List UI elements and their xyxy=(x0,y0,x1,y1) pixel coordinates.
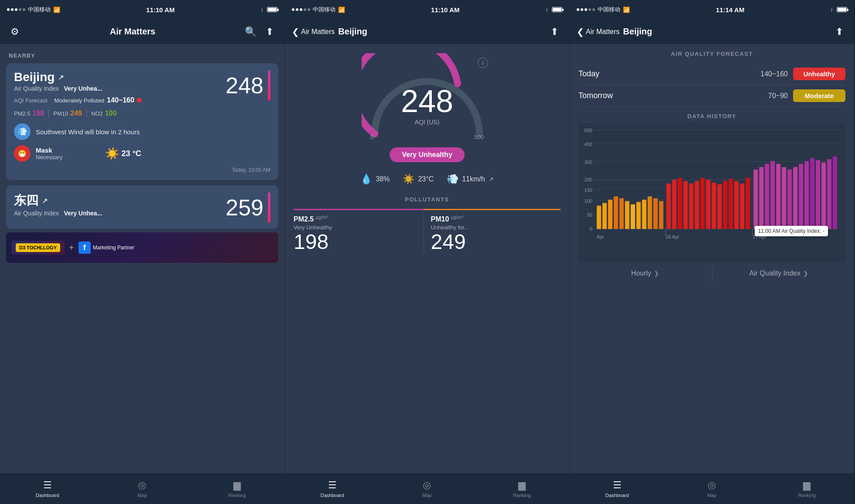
tab-dashboard-3[interactable]: ☰ Dashboard xyxy=(570,480,664,498)
nav-title-1: Air Matters xyxy=(23,27,243,37)
ad-banner[interactable]: D3 TOCHLLOGY + f Marketing Partner xyxy=(6,232,278,263)
ranking-icon-2: ▆ xyxy=(518,480,526,491)
svg-rect-22 xyxy=(602,203,607,229)
hourly-chevron: ❯ xyxy=(654,270,659,277)
pm10-number: 249 xyxy=(431,231,561,254)
gauge-max: 500 xyxy=(474,134,484,140)
forecast-today: Today 140~160 Unhealthy xyxy=(578,63,845,85)
wind-icon-2: 💨 xyxy=(447,174,458,185)
tab-label-map-1: Map xyxy=(137,493,147,498)
pm25-name: PM2.5 xyxy=(294,215,314,223)
dongsi-card[interactable]: 东四 ↗ Air Quality Index Very Unhea... 259 xyxy=(6,185,278,229)
hourly-button[interactable]: Hourly ❯ xyxy=(578,266,712,281)
humidity-value: 38% xyxy=(376,175,390,183)
tab-label-map-3: Map xyxy=(707,493,716,498)
pm10-item: PM10 249 xyxy=(53,109,82,117)
aqi-bar-1 xyxy=(268,70,270,101)
back-button-2[interactable]: ❮ Air Matters xyxy=(292,27,335,37)
svg-rect-50 xyxy=(765,164,769,229)
svg-text:500: 500 xyxy=(585,128,592,133)
pm10-name-row: PM10 μg/m³ xyxy=(431,215,561,223)
back-button-3[interactable]: ❮ Air Matters xyxy=(577,27,619,37)
svg-rect-33 xyxy=(667,184,671,229)
svg-rect-61 xyxy=(827,159,831,229)
t-dot3 xyxy=(585,8,587,11)
tab-dashboard-2[interactable]: ☰ Dashboard xyxy=(285,480,380,498)
history-title: DATA HISTORY xyxy=(578,113,845,119)
humidity-icon: 💧 xyxy=(360,174,372,185)
status-bar-2: 中国移动 📶 11:10 AM ↑ xyxy=(285,0,569,19)
tab-map-3[interactable]: ◎ Map xyxy=(664,480,759,498)
tab-map-2[interactable]: ◎ Map xyxy=(380,480,474,498)
search-icon[interactable]: 🔍 xyxy=(243,24,258,40)
forecast-row-1: AQI Forecast Moderately Polluted 140~160 xyxy=(14,96,141,104)
svg-rect-29 xyxy=(642,200,646,229)
svg-rect-34 xyxy=(672,180,677,229)
aqi-index-button[interactable]: Air Quality Index ❯ xyxy=(712,266,846,281)
signal-dots-3 xyxy=(577,8,595,11)
forecast-day-today: Today xyxy=(578,69,760,78)
weather-section: ☀️ 23 °C xyxy=(105,147,141,160)
battery-2 xyxy=(552,7,562,12)
svg-rect-32 xyxy=(659,201,663,229)
svg-rect-59 xyxy=(816,160,820,229)
svg-rect-54 xyxy=(787,170,792,229)
forecast-tomorrow: Tomorrow 70~90 Moderate xyxy=(578,85,845,107)
tab-label-dashboard-2: Dashboard xyxy=(321,493,344,498)
history-chart-svg: 500 400 300 200 150 100 50 0 xyxy=(578,123,845,262)
status-bar-3: 中国移动 📶 11:14 AM ↑ xyxy=(570,0,854,19)
status-left-2: 中国移动 📶 xyxy=(292,6,345,14)
tab-map-1[interactable]: ◎ Map xyxy=(95,480,189,498)
gauge-min: 0 xyxy=(370,134,373,140)
tab-dashboard-1[interactable]: ☰ Dashboard xyxy=(0,480,95,498)
tab-bar-1: ☰ Dashboard ◎ Map ▆ Ranking xyxy=(0,473,284,504)
temp-icon: ☀️ xyxy=(403,174,414,185)
city-name-2: 东四 ↗ xyxy=(14,192,102,209)
s-dot2 xyxy=(296,8,298,11)
ad-left: D3 TOCHLLOGY xyxy=(11,241,65,255)
gear-icon[interactable]: ⚙ xyxy=(7,24,23,40)
share-btn-2[interactable]: ⬆ xyxy=(547,24,562,40)
tab-ranking-1[interactable]: ▆ Ranking xyxy=(190,480,284,498)
svg-rect-41 xyxy=(712,183,716,229)
weather-strip-2: 💧 38% ☀️ 23°C 💨 11km/h ↗ xyxy=(285,167,569,192)
forecast-dot xyxy=(137,98,141,102)
ranking-icon-1: ▆ xyxy=(233,480,241,491)
tab-label-dashboard-1: Dashboard xyxy=(36,493,59,498)
aqi-label-2: Air Quality Index Very Unhea... xyxy=(14,210,102,217)
share-icon-2: ⬆ xyxy=(547,24,562,40)
wind-value: 11km/h xyxy=(462,175,485,183)
nearby-label: NEARBY xyxy=(0,44,284,63)
no2-item: NO2 100 xyxy=(91,109,116,117)
beijing-card[interactable]: Beijing ↗ Air Quality Index Very Unhea..… xyxy=(6,63,278,180)
svg-rect-39 xyxy=(701,178,705,229)
pm25-status: Very Unhealthy xyxy=(294,224,424,231)
svg-rect-23 xyxy=(608,200,612,229)
svg-rect-36 xyxy=(684,181,688,229)
pm25-col: PM2.5 μg/m³ Very Unhealthy 198 xyxy=(294,209,424,254)
facebook-icon: f xyxy=(79,242,91,254)
card2-right: 259 xyxy=(226,192,270,223)
svg-rect-31 xyxy=(653,198,658,229)
time-2: 11:10 AM xyxy=(431,6,459,14)
svg-rect-27 xyxy=(631,204,635,229)
pollutant-grid: PM2.5 μg/m³ Very Unhealthy 198 PM10 μg/m… xyxy=(294,209,561,254)
forecast-badge-tomorrow: Moderate xyxy=(793,89,845,102)
history-section: DATA HISTORY 500 400 300 200 150 100 50 … xyxy=(570,113,854,473)
pm10-name: PM10 xyxy=(431,215,449,223)
t-dot2 xyxy=(581,8,583,11)
status-left-3: 中国移动 📶 xyxy=(577,6,630,14)
svg-text:50: 50 xyxy=(587,212,592,218)
dongsi-left: 东四 ↗ Air Quality Index Very Unhea... xyxy=(14,192,102,217)
status-left-1: 中国移动 📶 xyxy=(7,6,60,14)
share-icon[interactable]: ⬆ xyxy=(262,24,277,40)
dot3 xyxy=(15,8,17,11)
aqi-status-1: Very Unhea... xyxy=(64,85,102,92)
t-dot1 xyxy=(577,8,579,11)
dashboard-icon-3: ☰ xyxy=(613,480,622,491)
wind-arrow: ↗ xyxy=(489,176,494,183)
svg-rect-55 xyxy=(793,167,797,229)
tab-ranking-3[interactable]: ▆ Ranking xyxy=(759,480,854,498)
share-btn-3[interactable]: ⬆ xyxy=(831,24,847,40)
tab-ranking-2[interactable]: ▆ Ranking xyxy=(475,480,569,498)
